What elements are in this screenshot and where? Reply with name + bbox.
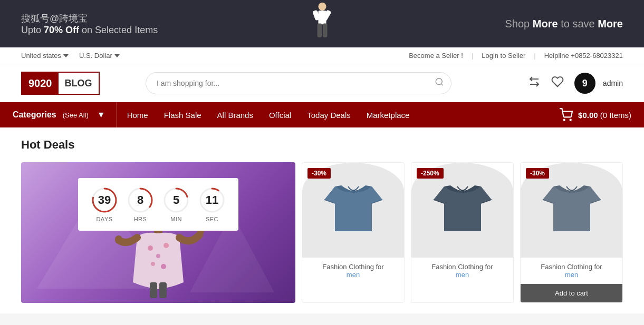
- product-card-1: -30% Fashion Clothing for men: [302, 162, 405, 303]
- login-seller-link[interactable]: Login to Seller: [482, 52, 525, 60]
- svg-line-7: [441, 84, 443, 85]
- search-bar: [146, 72, 451, 94]
- min-value: 5: [173, 193, 179, 207]
- heart-icon: [551, 75, 564, 88]
- categories-label: Categories: [13, 110, 56, 120]
- product-card-2: -250% Fashion Clothing for men: [411, 162, 514, 303]
- avatar: 9: [574, 73, 595, 94]
- svg-point-25: [161, 264, 166, 269]
- logo-number: 9020: [22, 73, 59, 94]
- wishlist-button[interactable]: [551, 75, 564, 91]
- logo[interactable]: 9020 BLOG: [21, 72, 100, 95]
- hot-deals-grid: 39 DAYS 8 HRS: [21, 162, 623, 303]
- product-subname-2: men: [418, 271, 507, 279]
- compare-icon: [528, 75, 541, 88]
- sub-header: United states U.S. Dollar Become a Selle…: [0, 47, 644, 64]
- days-value: 39: [98, 193, 111, 207]
- banner-center: [306, 1, 338, 47]
- shop-more-text: Shop More to save More: [505, 18, 623, 29]
- admin-label: admin: [603, 79, 623, 87]
- product-card-3: -30% Fashion Clothing for men Add to car…: [520, 162, 623, 303]
- nav-marketplace[interactable]: Marketplace: [367, 111, 410, 120]
- logo-text: BLOG: [59, 78, 99, 89]
- cart-icon: [559, 108, 573, 122]
- banner-right: Shop More to save More: [505, 18, 623, 30]
- nav-home[interactable]: Home: [127, 111, 148, 120]
- min-circle: 5: [162, 186, 190, 214]
- nav-today-deals[interactable]: Today Deals: [307, 111, 351, 120]
- product-name-2: Fashion Clothing for: [418, 263, 507, 271]
- svg-point-21: [148, 245, 153, 251]
- countdown-sec: 11 SEC: [198, 186, 226, 222]
- become-seller-link[interactable]: Become a Seller !: [409, 52, 463, 60]
- see-all-label: (See All): [63, 111, 89, 119]
- nav-official[interactable]: Offcial: [269, 111, 291, 120]
- currency-chevron-icon: [114, 53, 120, 58]
- banner-left: 搜狐号@跨境宝 Upto 70% Off on Selected Items: [21, 12, 158, 36]
- svg-rect-29: [159, 282, 167, 298]
- product-info-2: Fashion Clothing for men: [411, 258, 513, 284]
- avatar-letter: 9: [582, 78, 588, 89]
- search-input[interactable]: [146, 72, 451, 94]
- search-icon: [435, 77, 444, 87]
- product-name-1: Fashion Clothing for: [309, 263, 398, 271]
- svg-point-22: [156, 254, 160, 258]
- svg-point-8: [564, 120, 565, 121]
- country-chevron-icon: [63, 53, 69, 58]
- countdown-days: 39 DAYS: [91, 186, 118, 222]
- countdown-box: 39 DAYS 8 HRS: [78, 178, 238, 231]
- svg-point-26: [115, 235, 122, 243]
- shirt-image-2: [428, 181, 497, 239]
- nav-bar: Categories (See All) ▼ Home Flash Sale A…: [0, 102, 644, 127]
- nav-all-brands[interactable]: All Brands: [217, 111, 253, 120]
- sec-label: SEC: [206, 216, 218, 222]
- nav-links: Home Flash Sale All Brands Offcial Today…: [117, 102, 546, 127]
- sec-value: 11: [206, 193, 218, 207]
- sub-header-left: United states U.S. Dollar: [21, 52, 120, 60]
- days-label: DAYS: [96, 216, 112, 222]
- sub-header-right: Become a Seller ! | Login to Seller | He…: [409, 52, 623, 60]
- categories-chevron-icon: ▼: [97, 110, 105, 120]
- svg-point-0: [318, 2, 326, 10]
- helpline-text: Helpline +0852-68023321: [544, 52, 623, 60]
- product-badge-3: -30%: [526, 168, 549, 179]
- hrs-value: 8: [137, 193, 143, 207]
- product-badge-2: -250%: [417, 168, 444, 179]
- search-button[interactable]: [435, 77, 444, 90]
- helpline-number: +0852-68023321: [571, 52, 623, 60]
- divider2: |: [534, 52, 535, 60]
- svg-rect-28: [150, 282, 157, 298]
- currency-label: U.S. Dollar: [79, 52, 112, 60]
- hrs-circle: 8: [127, 186, 154, 214]
- product-info-3: Fashion Clothing for men: [521, 258, 622, 284]
- svg-point-9: [570, 120, 571, 121]
- divider1: |: [472, 52, 473, 60]
- product-badge-1: -30%: [307, 168, 331, 179]
- cart-total: $0.00 (0 Items): [578, 111, 631, 120]
- model-figure: [306, 1, 338, 45]
- hot-deals-title: Hot Deals: [21, 138, 623, 152]
- min-label: MIN: [170, 216, 182, 222]
- countdown-banner: 39 DAYS 8 HRS: [21, 162, 295, 303]
- product-info-1: Fashion Clothing for men: [302, 258, 404, 284]
- cart-summary[interactable]: $0.00 (0 Items): [546, 108, 644, 122]
- content-area: Hot Deals 39 DAYS: [0, 127, 644, 313]
- main-header: 9020 BLOG 9 admin: [0, 64, 644, 102]
- currency-selector[interactable]: U.S. Dollar: [79, 52, 120, 60]
- compare-button[interactable]: [528, 75, 541, 91]
- country-label: United states: [21, 52, 61, 60]
- svg-rect-5: [322, 23, 327, 37]
- svg-rect-4: [317, 23, 322, 37]
- nav-flash-sale[interactable]: Flash Sale: [164, 111, 201, 120]
- categories-menu[interactable]: Categories (See All) ▼: [0, 102, 117, 127]
- days-circle: 39: [91, 186, 118, 214]
- top-banner: 搜狐号@跨境宝 Upto 70% Off on Selected Items S…: [0, 0, 644, 47]
- discount-text: Upto 70% Off on Selected Items: [21, 25, 158, 36]
- shirt-image-1: [319, 181, 388, 239]
- svg-point-23: [164, 243, 169, 248]
- product-subname-1: men: [309, 271, 398, 279]
- product-subname-3: men: [527, 271, 616, 279]
- user-profile[interactable]: 9 admin: [574, 73, 623, 94]
- add-to-cart-button[interactable]: Add to cart: [521, 284, 622, 302]
- country-selector[interactable]: United states: [21, 52, 69, 60]
